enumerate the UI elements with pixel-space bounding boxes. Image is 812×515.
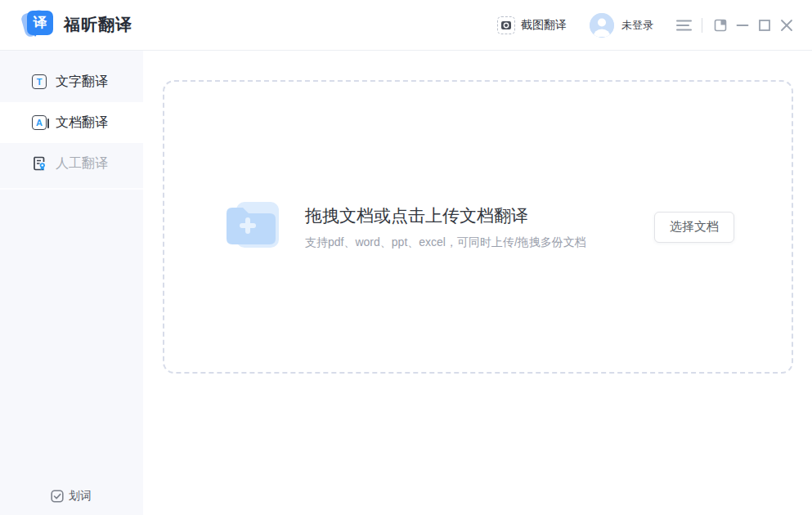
checkbox-check-icon	[51, 490, 64, 503]
close-icon[interactable]	[778, 16, 796, 34]
document-translate-icon: A	[31, 114, 47, 131]
human-translate-icon	[31, 155, 47, 172]
sidebar-item-label: 文字翻译	[56, 74, 108, 91]
header-actions: 截图翻译 未登录	[497, 13, 796, 38]
app-brand: 译 福昕翻译	[25, 8, 132, 43]
sidebar-group-divider	[0, 188, 143, 190]
app-title: 福昕翻译	[64, 14, 132, 36]
mini-window-icon[interactable]	[711, 16, 729, 34]
word-lookup-label: 划词	[69, 489, 92, 504]
dropzone-text: 拖拽文档或点击上传文档翻译 支持pdf、word、ppt、excel，可同时上传…	[305, 204, 586, 250]
hamburger-menu-icon[interactable]	[675, 16, 693, 34]
login-status: 未登录	[621, 18, 653, 33]
camera-icon	[497, 16, 515, 34]
login-button[interactable]: 未登录	[590, 13, 653, 38]
screenshot-translate-button[interactable]: 截图翻译	[497, 16, 567, 34]
header-divider	[702, 18, 702, 33]
upload-folder-icon	[220, 194, 284, 261]
app-logo-icon: 译	[25, 8, 56, 43]
main-content: 拖拽文档或点击上传文档翻译 支持pdf、word、ppt、excel，可同时上传…	[143, 51, 812, 515]
minimize-icon[interactable]	[733, 16, 751, 34]
upload-dropzone[interactable]: 拖拽文档或点击上传文档翻译 支持pdf、word、ppt、excel，可同时上传…	[163, 80, 793, 374]
screenshot-translate-label: 截图翻译	[521, 18, 567, 33]
title-bar: 译 福昕翻译 截图翻译 未登录	[0, 0, 812, 51]
sidebar-item-label: 人工翻译	[56, 155, 108, 172]
avatar	[590, 13, 614, 38]
sidebar-item-label: 文档翻译	[56, 114, 108, 132]
dropzone-subtitle: 支持pdf、word、ppt、excel，可同时上传/拖拽多份文档	[305, 235, 586, 250]
sidebar-item-text-translate[interactable]: T 文字翻译	[0, 61, 143, 102]
sidebar: T 文字翻译 A 文档翻译 人工翻译	[0, 51, 143, 515]
sidebar-item-document-translate[interactable]: A 文档翻译	[0, 102, 143, 143]
dropzone-title: 拖拽文档或点击上传文档翻译	[305, 204, 586, 227]
maximize-icon[interactable]	[756, 16, 774, 34]
sidebar-menu: T 文字翻译 A 文档翻译 人工翻译	[0, 51, 143, 190]
text-translate-icon: T	[31, 74, 47, 90]
select-document-button[interactable]: 选择文档	[654, 212, 734, 243]
word-lookup-toggle[interactable]: 划词	[51, 489, 92, 504]
sidebar-item-human-translate[interactable]: 人工翻译	[0, 143, 143, 184]
logo-bubble: 译	[27, 11, 53, 35]
